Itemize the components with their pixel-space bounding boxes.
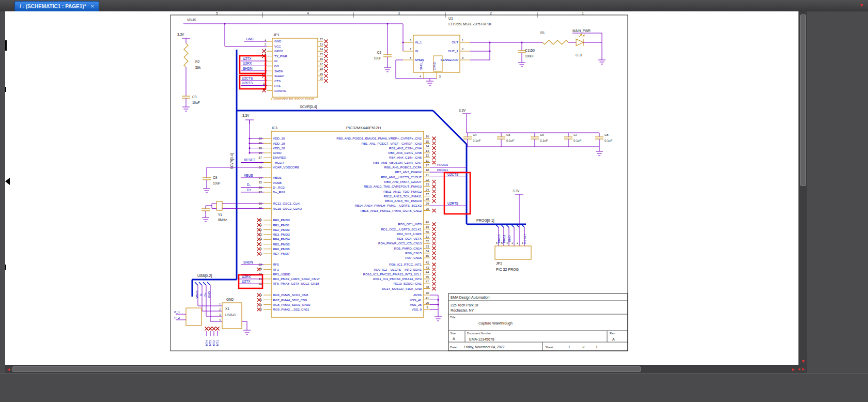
pin-number[interactable]: 43 <box>426 266 429 269</box>
net-label[interactable]: GND <box>246 37 254 41</box>
component-ref[interactable]: C6 <box>540 133 544 136</box>
bus-label[interactable]: PROG[0-1] <box>476 219 494 223</box>
pin-number[interactable]: 28 <box>426 197 429 200</box>
schematic-canvas[interactable]: 54321VBUS3.3VR256kC310uFJP11GND2VCC3GPO2… <box>5 11 799 365</box>
net-label[interactable]: RESET <box>523 234 526 244</box>
pin-number[interactable]: 2 <box>265 43 266 46</box>
pin-number[interactable]: 6 <box>410 56 411 59</box>
pin-name[interactable]: EPAD <box>433 61 436 70</box>
pin-name[interactable]: RB1_AN1_PGECT_VREF-_CVREF-_CN3 <box>361 142 422 145</box>
pin-name[interactable]: VSS_9 <box>412 307 422 311</box>
scroll-corner-icon[interactable]: ◄► <box>797 367 806 372</box>
pin-name[interactable]: RD0_OC1_INT0 <box>398 222 422 226</box>
pin-name[interactable]: RG8_PMA3_SDO2_CN10 <box>273 303 311 306</box>
pin-name[interactable]: RE3_PMD3 <box>273 233 290 236</box>
pin-name[interactable]: RB14_AN14_PMALH_PMA1__U2RTS_BCLK2 <box>354 204 422 207</box>
pin-name[interactable]: GND_1 <box>420 59 423 70</box>
pin-number[interactable]: 19 <box>320 72 323 75</box>
pin-number[interactable]: 16 <box>426 135 429 138</box>
pin-name[interactable]: RB0_AN0_PGED1_EMUD1_PMA6_VREF+_CVREF+_CN… <box>336 136 422 140</box>
power-net-label[interactable]: 3.3V <box>177 33 184 36</box>
pin-name[interactable]: _MCLR <box>272 161 284 164</box>
pin-number[interactable]: 51 <box>426 235 429 238</box>
pin-number[interactable]: 27 <box>426 193 429 196</box>
pin-name[interactable]: RB7_AN7_PGED2 <box>395 170 422 174</box>
pin-name[interactable]: RD4_PMWR_OC5_IC5_CN13 <box>378 241 422 245</box>
pin-name[interactable]: GPO2 <box>274 50 283 53</box>
pin-number[interactable]: 45 <box>426 275 429 279</box>
net-label[interactable]: MT1 <box>216 340 219 346</box>
component-ref[interactable]: C4 <box>473 133 477 136</box>
tab-close-icon[interactable]: × <box>91 4 94 9</box>
pin-name[interactable]: RF3_USBID <box>273 272 291 276</box>
pin-number[interactable]: 8 <box>260 308 262 311</box>
pin-number[interactable]: 24 <box>426 188 429 191</box>
bus-entry[interactable] <box>199 282 202 285</box>
net-label[interactable]: PRG0 <box>498 235 501 243</box>
pin-name[interactable]: RB3_AN3_C2IN+_CN5 <box>389 151 422 154</box>
pin-name[interactable]: RD11_IC4_PMCS1_PMA14_INT4 <box>373 277 422 281</box>
component-value[interactable]: 0.1uF <box>574 139 582 142</box>
pin-number[interactable]: 2 <box>462 48 463 51</box>
pin-number[interactable]: 4 <box>420 75 421 78</box>
pin-number[interactable]: 20 <box>320 77 323 80</box>
pin-number[interactable]: 25 <box>426 301 429 304</box>
pin-name[interactable]: VSS_25 <box>410 303 422 306</box>
pin-name[interactable]: AVSS <box>413 293 422 297</box>
net-label[interactable]: U2RTS <box>447 202 459 205</box>
pin-name[interactable]: RD5_PMRD_CN14 <box>394 246 422 250</box>
pin-name[interactable]: RG6_PMA5_SCK2_CN8 <box>273 293 308 297</box>
pin-name[interactable]: AVDD <box>273 151 282 154</box>
pin-name[interactable]: RB6_AN6_PGEC2_OCFA <box>384 165 422 169</box>
schematic-drawing[interactable]: 54321VBUS3.3VR256kC310uFJP11GND2VCC3GPO2… <box>5 11 799 365</box>
pin-number[interactable]: 1 <box>265 38 266 41</box>
pin-number[interactable]: 5 <box>439 75 441 78</box>
pin-name[interactable]: RB5_AN5_VBUSON_C1IN+_CN7 <box>373 161 422 164</box>
pin-number[interactable]: 3 <box>219 313 221 316</box>
net-label[interactable]: GND <box>226 298 234 301</box>
component-ref[interactable]: C9 <box>213 176 218 179</box>
pin-number[interactable]: 17 <box>320 63 323 66</box>
window-list-caret-icon[interactable]: ▼ <box>859 3 864 8</box>
pin-number[interactable]: 18 <box>426 168 429 172</box>
component-ref[interactable]: U1 <box>448 17 453 20</box>
pin-name[interactable]: TX_PWR <box>274 55 288 58</box>
component-value[interactable]: 10uF <box>213 181 221 185</box>
component-value[interactable]: 10uF <box>192 101 200 104</box>
pin-name[interactable]: RD1_OC2__U1RTS_BCLK1 <box>381 227 422 231</box>
vertical-scrollbar[interactable]: ▼ <box>799 11 807 365</box>
pin-name[interactable]: IN_1 <box>415 40 422 44</box>
bus-wire[interactable] <box>433 111 467 144</box>
pin-number[interactable]: 1 <box>219 303 221 306</box>
pin-number[interactable]: 4 <box>219 318 221 321</box>
pin-name[interactable]: RG7_PMA4_SDI2_CN9 <box>273 298 307 302</box>
pin-number[interactable]: 52 <box>426 240 429 243</box>
pin-number[interactable]: 30 <box>426 207 429 210</box>
power-net-label[interactable]: 3.3V <box>459 109 466 112</box>
pin-number[interactable]: 9 <box>426 306 428 309</box>
pin-name[interactable]: RD3_OC4_U1TX <box>397 237 422 240</box>
crystal-symbol[interactable] <box>216 202 222 210</box>
pin-name[interactable]: RB13_AN13_TDI_PMA10 <box>384 199 422 203</box>
component-value[interactable]: LT1965EMS8E-1P5TRPBF <box>448 22 492 26</box>
pin-number[interactable]: 3 <box>512 241 513 244</box>
pin-number[interactable]: 53 <box>426 245 429 248</box>
net-label[interactable]: U2RTS <box>242 81 253 85</box>
pin-name[interactable]: D+_RG2 <box>273 190 286 194</box>
pin-name[interactable]: RE7_PMD7 <box>273 252 290 255</box>
pin-name[interactable]: VCAP_VDDCORE <box>273 165 299 169</box>
pin-name[interactable]: RB15_AN15_PMALL_PMA0_OCFB_CN12 <box>361 209 422 212</box>
component-value[interactable]: 56k <box>195 66 201 69</box>
pin-name[interactable]: CTS <box>274 80 281 83</box>
net-label[interactable]: GND <box>508 236 511 242</box>
pin-name[interactable]: RG9_PMA2__SS2_CN11 <box>273 307 309 311</box>
pin-number[interactable]: 41 <box>426 297 429 300</box>
part-outline[interactable] <box>495 246 531 259</box>
pin-number[interactable]: 3 <box>462 56 463 59</box>
bus-entry[interactable] <box>203 282 206 285</box>
pin-name[interactable]: RE2_PMD2 <box>273 228 290 231</box>
pin-number[interactable]: 20 <box>426 291 429 295</box>
pin-number[interactable]: 7 <box>410 48 411 51</box>
pin-number[interactable]: 6 <box>260 303 262 306</box>
component-value[interactable]: 0.1uF <box>540 139 548 142</box>
